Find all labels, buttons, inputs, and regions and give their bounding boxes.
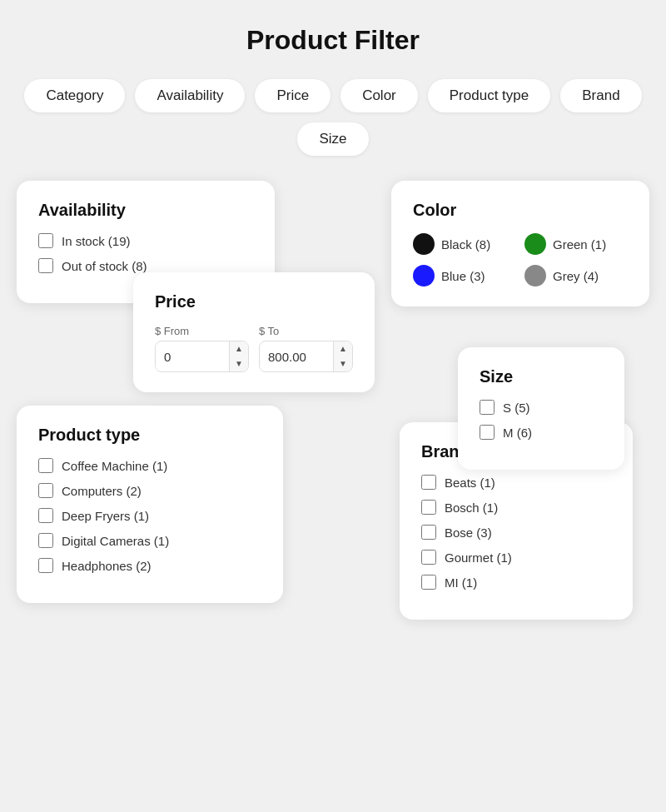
size-checkbox-m[interactable] bbox=[480, 425, 495, 440]
color-panel: Color Black (8) Green (1) Blue (3) Grey … bbox=[391, 181, 649, 306]
price-to-field: $ To ▲ ▼ bbox=[259, 325, 353, 372]
brand-checkbox-gourmet[interactable] bbox=[421, 550, 436, 565]
price-from-spin: ▲ ▼ bbox=[229, 341, 248, 371]
price-to-up[interactable]: ▲ bbox=[334, 341, 352, 356]
filter-tag-color[interactable]: Color bbox=[340, 79, 418, 112]
brand-checkbox-bosch[interactable] bbox=[421, 500, 436, 515]
filter-tag-price[interactable]: Price bbox=[255, 79, 331, 112]
color-dot-black bbox=[413, 233, 435, 255]
size-title: Size bbox=[480, 367, 603, 386]
availability-option-in-stock[interactable]: In stock (19) bbox=[38, 233, 253, 248]
filter-tag-category[interactable]: Category bbox=[24, 79, 125, 112]
price-from-up[interactable]: ▲ bbox=[230, 341, 248, 356]
brand-label-mi: MI (1) bbox=[445, 575, 477, 590]
product-type-option-coffee[interactable]: Coffee Machine (1) bbox=[38, 458, 261, 473]
product-type-checkbox-digital-cameras[interactable] bbox=[38, 533, 53, 548]
color-item-grey: Grey (4) bbox=[524, 265, 628, 286]
brand-label-gourmet: Gourmet (1) bbox=[445, 550, 512, 565]
product-type-panel: Product type Coffee Machine (1) Computer… bbox=[17, 406, 283, 603]
availability-option-out-of-stock[interactable]: Out of stock (8) bbox=[38, 258, 253, 273]
availability-title: Availability bbox=[38, 201, 253, 220]
filter-tags: Category Availability Price Color Produc… bbox=[17, 79, 649, 156]
color-item-black: Black (8) bbox=[413, 233, 516, 255]
brand-option-mi[interactable]: MI (1) bbox=[421, 575, 611, 590]
brand-checkbox-bose[interactable] bbox=[421, 525, 436, 540]
brand-label-bosch: Bosch (1) bbox=[445, 501, 498, 515]
product-type-label-digital-cameras: Digital Cameras (1) bbox=[62, 534, 169, 548]
product-type-option-digital-cameras[interactable]: Digital Cameras (1) bbox=[38, 533, 261, 548]
price-to-spin: ▲ ▼ bbox=[333, 341, 352, 371]
brand-option-beats[interactable]: Beats (1) bbox=[421, 475, 611, 490]
brand-option-bosch[interactable]: Bosch (1) bbox=[421, 500, 611, 515]
page-title: Product Filter bbox=[17, 25, 649, 56]
product-type-checkbox-computers[interactable] bbox=[38, 483, 53, 498]
color-dot-grey bbox=[524, 265, 546, 286]
availability-label-in-stock: In stock (19) bbox=[62, 234, 131, 248]
size-option-m[interactable]: M (6) bbox=[480, 425, 603, 440]
filter-tag-brand[interactable]: Brand bbox=[560, 79, 641, 112]
size-label-m: M (6) bbox=[503, 426, 532, 440]
price-panel: Price $ From ▲ ▼ $ To ▲ ▼ bbox=[133, 272, 375, 392]
color-title: Color bbox=[413, 201, 628, 220]
brand-option-gourmet[interactable]: Gourmet (1) bbox=[421, 550, 611, 565]
filter-tag-product-type[interactable]: Product type bbox=[428, 79, 550, 112]
filter-tag-availability[interactable]: Availability bbox=[135, 79, 245, 112]
product-type-checkbox-coffee[interactable] bbox=[38, 458, 53, 473]
price-to-down[interactable]: ▼ bbox=[334, 356, 352, 371]
product-type-option-deep-fryers[interactable]: Deep Fryers (1) bbox=[38, 508, 261, 523]
price-from-wrap: ▲ ▼ bbox=[155, 341, 249, 372]
color-item-blue: Blue (3) bbox=[413, 265, 516, 286]
product-type-checkbox-headphones[interactable] bbox=[38, 558, 53, 573]
brand-option-bose[interactable]: Bose (3) bbox=[421, 525, 611, 540]
color-dot-blue bbox=[413, 265, 435, 286]
price-from-down[interactable]: ▼ bbox=[230, 356, 248, 371]
color-dot-green bbox=[524, 233, 546, 255]
availability-checkbox-out-of-stock[interactable] bbox=[38, 258, 53, 273]
product-type-option-headphones[interactable]: Headphones (2) bbox=[38, 558, 261, 573]
color-label-blue: Blue (3) bbox=[441, 269, 485, 283]
price-title: Price bbox=[155, 292, 353, 311]
price-to-wrap: ▲ ▼ bbox=[259, 341, 353, 372]
brand-checkbox-beats[interactable] bbox=[421, 475, 436, 490]
brand-label-bose: Bose (3) bbox=[445, 526, 492, 540]
product-type-label-headphones: Headphones (2) bbox=[62, 559, 152, 573]
product-type-option-computers[interactable]: Computers (2) bbox=[38, 483, 261, 498]
price-from-field: $ From ▲ ▼ bbox=[155, 325, 249, 372]
product-type-label-coffee: Coffee Machine (1) bbox=[62, 459, 167, 473]
product-type-checkbox-deep-fryers[interactable] bbox=[38, 508, 53, 523]
size-option-s[interactable]: S (5) bbox=[480, 400, 603, 415]
price-to-input[interactable] bbox=[260, 343, 333, 371]
price-from-input[interactable] bbox=[156, 343, 229, 371]
availability-label-out-of-stock: Out of stock (8) bbox=[62, 259, 147, 273]
size-label-s: S (5) bbox=[503, 401, 530, 415]
panels-area: Availability In stock (19) Out of stock … bbox=[17, 181, 649, 647]
filter-tag-size[interactable]: Size bbox=[297, 122, 368, 156]
color-label-grey: Grey (4) bbox=[553, 269, 599, 283]
product-type-label-computers: Computers (2) bbox=[62, 484, 142, 498]
brand-checkbox-mi[interactable] bbox=[421, 575, 436, 590]
availability-checkbox-in-stock[interactable] bbox=[38, 233, 53, 248]
price-to-label: $ To bbox=[259, 325, 353, 337]
price-from-label: $ From bbox=[155, 325, 249, 337]
color-label-green: Green (1) bbox=[553, 237, 606, 252]
color-label-black: Black (8) bbox=[441, 237, 490, 252]
color-item-green: Green (1) bbox=[524, 233, 628, 255]
product-type-title: Product type bbox=[38, 426, 261, 445]
product-type-label-deep-fryers: Deep Fryers (1) bbox=[62, 509, 149, 523]
size-panel: Size S (5) M (6) bbox=[458, 347, 624, 470]
size-checkbox-s[interactable] bbox=[480, 400, 495, 415]
brand-label-beats: Beats (1) bbox=[445, 476, 495, 490]
color-grid: Black (8) Green (1) Blue (3) Grey (4) bbox=[413, 233, 628, 286]
price-inputs: $ From ▲ ▼ $ To ▲ ▼ bbox=[155, 325, 353, 372]
